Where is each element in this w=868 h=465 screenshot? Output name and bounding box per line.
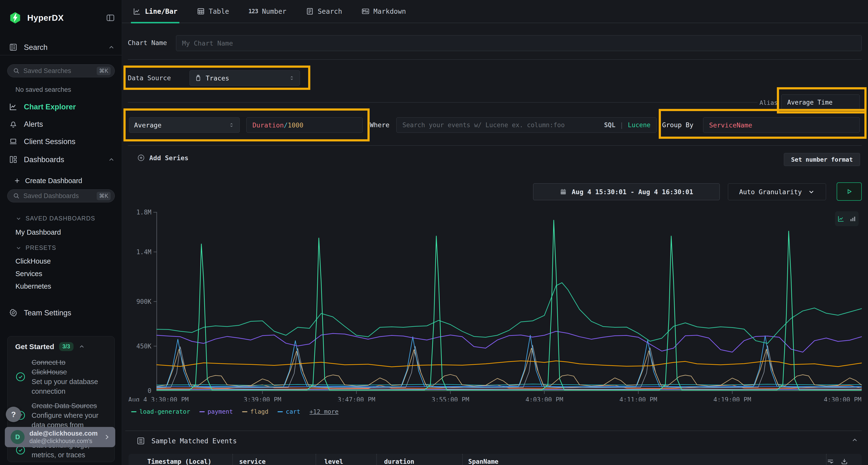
svg-text:4:19:00 PM: 4:19:00 PM	[713, 396, 751, 401]
legend-swatch	[278, 411, 283, 412]
select-arrows-icon	[228, 122, 235, 128]
sidebar-item-clickhouse[interactable]: ClickHouse	[16, 257, 51, 265]
hyperdx-logo-icon	[9, 11, 22, 25]
sidebar-item-client-sessions[interactable]: Client Sessions	[9, 136, 115, 147]
svg-text:0: 0	[148, 387, 151, 394]
saved-searches-input[interactable]: Saved Searches ⌘K	[7, 64, 115, 77]
add-series-button[interactable]: Add Series	[137, 154, 189, 162]
set-number-format-button[interactable]: Set number format	[784, 153, 860, 166]
markdown-icon	[362, 7, 370, 15]
user-menu[interactable]: D dale@clickhouse.com dale@clickhouse.co…	[5, 427, 115, 447]
help-button[interactable]: ?	[6, 407, 21, 422]
column-header-spanname[interactable]: SpanName	[462, 454, 826, 465]
chevron-up-icon[interactable]	[108, 44, 115, 51]
collapse-section-icon[interactable]	[851, 437, 858, 444]
saved-dashboards-placeholder: Saved Dashboards	[23, 192, 93, 200]
chevron-down-icon	[16, 245, 22, 251]
tab-number[interactable]: 123 Number	[248, 0, 286, 23]
brand-row: HyperDX	[9, 10, 115, 26]
sample-events-title: Sample Matched Events	[151, 437, 237, 445]
where-input[interactable]	[402, 122, 600, 129]
wrap-lines-icon[interactable]	[827, 458, 834, 465]
svg-text:1.4M: 1.4M	[136, 248, 151, 256]
legend-item-cart[interactable]: cart	[278, 408, 300, 415]
dashboards-icon	[9, 155, 18, 164]
item-desc: connection	[32, 387, 106, 396]
sql-mode-toggle[interactable]: SQL	[604, 122, 615, 129]
saved-dashboards-input[interactable]: Saved Dashboards ⌘K	[7, 189, 115, 202]
chevron-up-icon[interactable]	[108, 156, 115, 163]
group-saved-dashboards[interactable]: SAVED DASHBOARDS	[16, 215, 95, 222]
legend-swatch	[242, 411, 247, 412]
sidebar-item-kubernetes[interactable]: Kubernetes	[16, 283, 51, 290]
sidebar: HyperDX Search Saved Searches ⌘K No save…	[0, 0, 122, 465]
alias-input[interactable]	[787, 99, 854, 106]
tab-markdown[interactable]: Markdown	[362, 0, 406, 23]
svg-text:3:55:00 PM: 3:55:00 PM	[432, 396, 469, 401]
search-icon	[13, 192, 20, 199]
item-desc: Set up your database	[32, 377, 106, 387]
bell-icon	[9, 120, 18, 129]
expression-token: Duration	[252, 122, 284, 129]
get-started-item-connect[interactable]: Connect to ClickHouse Set up your databa…	[15, 358, 110, 396]
aggregation-select[interactable]: Average	[129, 117, 240, 133]
tab-label: Markdown	[373, 7, 406, 15]
legend-more-link[interactable]: +12 more	[310, 408, 339, 415]
sidebar-section-search[interactable]: Search	[9, 42, 115, 53]
sidebar-item-my-dashboard[interactable]: My Dashboard	[16, 228, 61, 236]
sidebar-item-label: Client Sessions	[24, 137, 75, 146]
expression-input[interactable]: Duration/1000	[246, 117, 363, 133]
lang-divider: |	[620, 122, 623, 129]
sidebar-item-team-settings[interactable]: Team Settings	[9, 308, 115, 318]
aggregation-value: Average	[134, 122, 161, 129]
search-icon	[13, 67, 20, 74]
sample-events-header[interactable]: Sample Matched Events	[136, 436, 237, 446]
sidebar-item-chart-explorer[interactable]: Chart Explorer	[9, 102, 115, 112]
legend-item-load-generator[interactable]: load-generator	[131, 408, 190, 415]
legend-item-payment[interactable]: payment	[199, 408, 233, 415]
sidebar-item-services[interactable]: Services	[16, 270, 42, 278]
group-presets[interactable]: PRESETS	[16, 244, 56, 251]
tab-search[interactable]: Search	[306, 0, 342, 23]
granularity-value: Auto Granularity	[739, 188, 802, 196]
tab-line-bar[interactable]: Line/Bar	[133, 0, 178, 23]
chevron-down-icon	[808, 188, 815, 195]
chart-name-input[interactable]	[182, 39, 856, 47]
data-source-select[interactable]: Traces	[189, 70, 300, 86]
column-header-duration[interactable]: duration	[376, 454, 462, 465]
add-series-label: Add Series	[149, 154, 189, 162]
expression-token: /	[284, 122, 288, 129]
chevron-up-icon[interactable]	[79, 343, 85, 350]
column-header-level[interactable]: level	[316, 454, 376, 465]
granularity-select[interactable]: Auto Granularity	[728, 184, 826, 200]
legend-item-flagd[interactable]: flagd	[242, 408, 268, 415]
svg-text:3:47:00 PM: 3:47:00 PM	[338, 396, 375, 401]
lucene-mode-toggle[interactable]: Lucene	[628, 122, 651, 129]
run-query-button[interactable]	[837, 182, 862, 201]
get-started-item-datasources[interactable]: Create Data Sources Configure where your…	[15, 401, 110, 430]
date-range-picker[interactable]: Aug 4 15:30:01 - Aug 4 16:30:01	[533, 184, 720, 200]
group-by-input[interactable]	[709, 122, 854, 129]
select-arrows-icon	[289, 75, 295, 81]
column-header-timestamp[interactable]: Timestamp (Local)	[128, 454, 232, 465]
get-started-progress-badge: 3/3	[59, 342, 73, 351]
tab-table[interactable]: Table	[197, 0, 229, 23]
item-desc: Configure where your	[32, 410, 106, 420]
sidebar-item-alerts[interactable]: Alerts	[9, 119, 115, 130]
column-header-service[interactable]: service	[232, 454, 316, 465]
create-dashboard-button[interactable]: Create Dashboard	[13, 175, 115, 186]
tab-label: Search	[318, 7, 342, 15]
chart-legend: load-generator payment flagd cart +12 mo…	[131, 408, 339, 415]
tab-label: Line/Bar	[145, 7, 178, 15]
events-table-header: Timestamp (Local) service level duration…	[128, 454, 862, 465]
download-icon[interactable]	[840, 458, 848, 465]
gear-icon	[9, 308, 18, 318]
database-icon	[194, 74, 202, 82]
team-settings-label: Team Settings	[24, 309, 71, 317]
svg-text:1.8M: 1.8M	[136, 209, 151, 216]
sidebar-section-dashboards[interactable]: Dashboards	[9, 155, 115, 165]
timeseries-chart[interactable]: 0450K900K1.4M1.8MAug 4 3:30:00 PM3:39:00…	[125, 206, 863, 401]
sidebar-collapse-icon[interactable]	[106, 13, 115, 23]
chevron-down-icon	[16, 215, 22, 222]
play-icon	[845, 188, 853, 196]
